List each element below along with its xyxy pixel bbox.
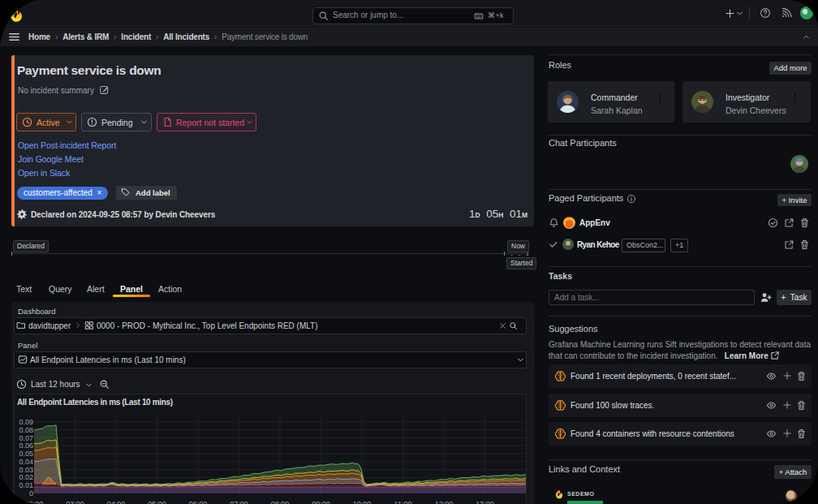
svg-text:03:00: 03:00 xyxy=(66,500,84,504)
svg-text:09:00: 09:00 xyxy=(312,500,330,504)
svg-text:0.03: 0.03 xyxy=(19,466,33,474)
svg-text:0.07: 0.07 xyxy=(19,434,33,442)
svg-text:12:00: 12:00 xyxy=(435,500,454,504)
svg-text:0.08: 0.08 xyxy=(19,426,33,434)
svg-text:10:00: 10:00 xyxy=(353,500,372,504)
svg-text:0.09: 0.09 xyxy=(19,418,33,426)
svg-text:06:00: 06:00 xyxy=(189,500,208,504)
svg-text:08:00: 08:00 xyxy=(271,500,290,504)
svg-text:0.01: 0.01 xyxy=(19,481,33,489)
svg-text:0.02: 0.02 xyxy=(19,473,33,481)
svg-text:07:00: 07:00 xyxy=(230,500,248,504)
svg-text:13:00: 13:00 xyxy=(476,500,494,504)
svg-text:05:00: 05:00 xyxy=(148,500,166,504)
svg-text:0.06: 0.06 xyxy=(19,442,33,450)
svg-text:0.04: 0.04 xyxy=(19,458,33,466)
svg-text:0: 0 xyxy=(29,489,33,498)
svg-text:0.05: 0.05 xyxy=(19,450,33,458)
svg-text:11:00: 11:00 xyxy=(394,500,412,504)
svg-text:02:00: 02:00 xyxy=(25,500,44,504)
svg-text:04:00: 04:00 xyxy=(107,500,126,504)
